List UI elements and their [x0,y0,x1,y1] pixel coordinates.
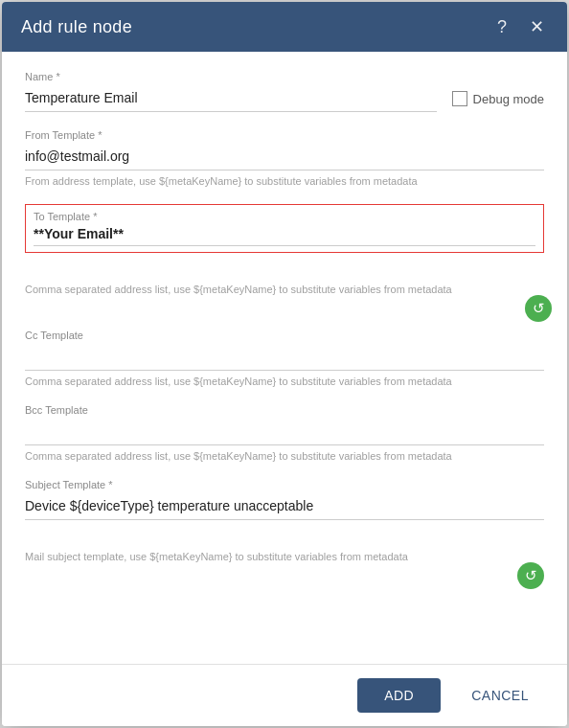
subject-template-hint: Mail subject template, use ${metaKeyName… [25,551,544,562]
cc-template-label: Cc Template [25,330,544,341]
from-template-input[interactable] [25,145,544,171]
subject-template-label: Subject Template * [25,479,544,490]
bcc-template-label: Bcc Template [25,404,544,416]
add-rule-node-dialog: Add rule node ? ✕ Name * Debug mode From… [2,2,567,726]
cc-template-row: Cc Template Comma separated address list… [25,330,544,387]
close-button[interactable]: ✕ [526,14,548,39]
dialog-footer: ADD CANCEL [2,664,567,726]
to-template-hint: Comma separated address list, use ${meta… [25,284,544,295]
from-template-hint: From address template, use ${metaKeyName… [25,175,544,187]
dialog-header: Add rule node ? ✕ [2,2,567,52]
cancel-button[interactable]: CANCEL [452,678,548,713]
name-input[interactable] [25,86,437,112]
subject-template-input[interactable] [25,494,544,520]
to-template-value: **Your Email** [34,224,535,246]
bcc-template-input[interactable] [25,420,544,445]
cc-template-hint: Comma separated address list, use ${meta… [25,375,544,387]
to-template-row: To Template * **Your Email** ↺ Comma sep… [25,204,544,295]
bcc-template-row: Bcc Template Comma separated address lis… [25,404,544,462]
subject-template-row: Subject Template * ↺ Mail subject templa… [25,479,544,562]
to-template-box: To Template * **Your Email** [25,204,544,253]
debug-mode-label: Debug mode [473,92,544,106]
to-template-refresh-icon[interactable]: ↺ [525,295,552,322]
subject-template-refresh-icon[interactable]: ↺ [517,562,544,589]
from-template-label: From Template * [25,129,544,141]
dialog-body: Name * Debug mode From Template * From a… [2,52,567,664]
add-button[interactable]: ADD [357,678,441,713]
from-template-row: From Template * From address template, u… [25,129,544,187]
name-row: Name * Debug mode [25,71,544,112]
bcc-template-hint: Comma separated address list, use ${meta… [25,450,544,462]
header-icons: ? ✕ [493,14,548,39]
dialog-title: Add rule node [21,17,132,37]
debug-mode-checkbox[interactable] [452,91,467,106]
name-input-wrap: Name * [25,71,437,112]
debug-mode-wrap: Debug mode [452,91,544,112]
cc-template-input[interactable] [25,345,544,371]
help-button[interactable]: ? [493,14,511,39]
to-template-label: To Template * [34,211,535,222]
name-label: Name * [25,71,437,82]
